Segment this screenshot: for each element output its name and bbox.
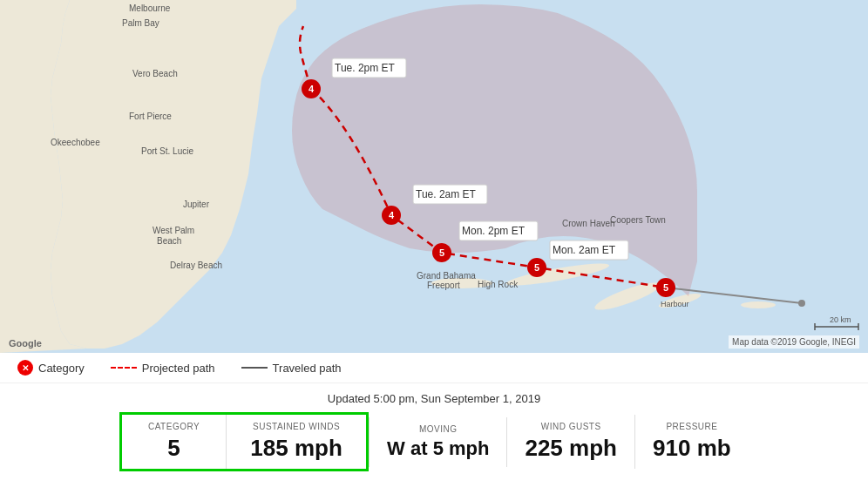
category-icon: ✕	[17, 360, 33, 376]
svg-text:Melbourne: Melbourne	[129, 3, 171, 13]
svg-text:Vero Beach: Vero Beach	[132, 69, 178, 78]
stat-moving: MOVING W at 5 mph	[369, 417, 507, 467]
legend-projected-label: Projected path	[142, 362, 215, 375]
svg-text:5: 5	[663, 282, 668, 293]
svg-text:5: 5	[439, 247, 444, 258]
svg-text:Port St. Lucie: Port St. Lucie	[141, 146, 193, 156]
svg-text:Fort Pierce: Fort Pierce	[129, 112, 172, 121]
legend-projected: Projected path	[111, 362, 215, 375]
stat-wind-gusts-value: 225 mph	[525, 435, 617, 462]
svg-text:Mon. 2pm ET: Mon. 2pm ET	[462, 225, 526, 237]
svg-text:Grand Bahama: Grand Bahama	[417, 271, 476, 281]
stat-wind-gusts: WIND GUSTS 225 mph	[507, 415, 635, 469]
solid-line-icon	[241, 367, 268, 369]
hurricane-map: Melbourne Palm Bay Vero Beach Fort Pierc…	[0, 0, 868, 353]
svg-text:20 km: 20 km	[830, 315, 851, 324]
svg-point-7	[741, 301, 776, 308]
updated-text: Updated 5:00 pm, Sun September 1, 2019	[0, 392, 868, 405]
stat-sustained-winds: SUSTAINED WINDS 185 mph	[227, 415, 366, 469]
svg-text:Freeport: Freeport	[427, 281, 460, 290]
stat-sustained-winds-label: SUSTAINED WINDS	[244, 422, 349, 431]
svg-text:Harbour: Harbour	[661, 300, 689, 308]
stat-pressure-value: 910 mb	[653, 435, 731, 462]
svg-text:Palm Bay: Palm Bay	[122, 18, 159, 28]
dashed-line-icon	[111, 367, 137, 369]
stat-moving-value: W at 5 mph	[387, 437, 489, 460]
legend-category: ✕ Category	[17, 360, 85, 376]
legend-traveled: Traveled path	[241, 362, 342, 375]
svg-text:Okeechobee: Okeechobee	[51, 138, 100, 147]
stat-pressure-label: PRESSURE	[653, 422, 731, 431]
stat-sustained-winds-value: 185 mph	[244, 435, 349, 462]
svg-text:West Palm: West Palm	[153, 226, 194, 235]
svg-text:High Rock: High Rock	[478, 280, 519, 289]
svg-text:4: 4	[309, 84, 315, 94]
svg-text:Crown Haven: Crown Haven	[562, 219, 615, 228]
svg-text:Delray Beach: Delray Beach	[170, 261, 222, 270]
legend-category-label: Category	[38, 362, 85, 375]
svg-text:Tue. 2am ET: Tue. 2am ET	[416, 188, 477, 200]
stat-category: CATEGORY 5	[122, 415, 227, 469]
map-attribution: Map data ©2019 Google, INEGI	[729, 335, 859, 349]
stat-wind-gusts-label: WIND GUSTS	[525, 422, 617, 431]
svg-text:Mon. 2am ET: Mon. 2am ET	[553, 244, 616, 256]
stat-moving-label: MOVING	[387, 424, 489, 434]
svg-text:Jupiter: Jupiter	[183, 200, 210, 209]
stat-pressure: PRESSURE 910 mb	[635, 415, 749, 469]
svg-text:Coopers Town: Coopers Town	[610, 215, 666, 225]
svg-text:Tue. 2pm ET: Tue. 2pm ET	[335, 62, 396, 74]
stats-bar: Updated 5:00 pm, Sun September 1, 2019 C…	[0, 383, 868, 471]
stat-category-label: CATEGORY	[139, 422, 208, 431]
google-logo: Google	[9, 338, 42, 349]
svg-point-9	[798, 300, 805, 307]
svg-text:5: 5	[534, 262, 539, 273]
svg-text:4: 4	[389, 210, 395, 220]
svg-text:Beach: Beach	[157, 236, 181, 246]
stat-category-value: 5	[139, 435, 208, 462]
legend-traveled-label: Traveled path	[273, 362, 342, 375]
legend-bar: ✕ Category Projected path Traveled path	[0, 353, 868, 383]
